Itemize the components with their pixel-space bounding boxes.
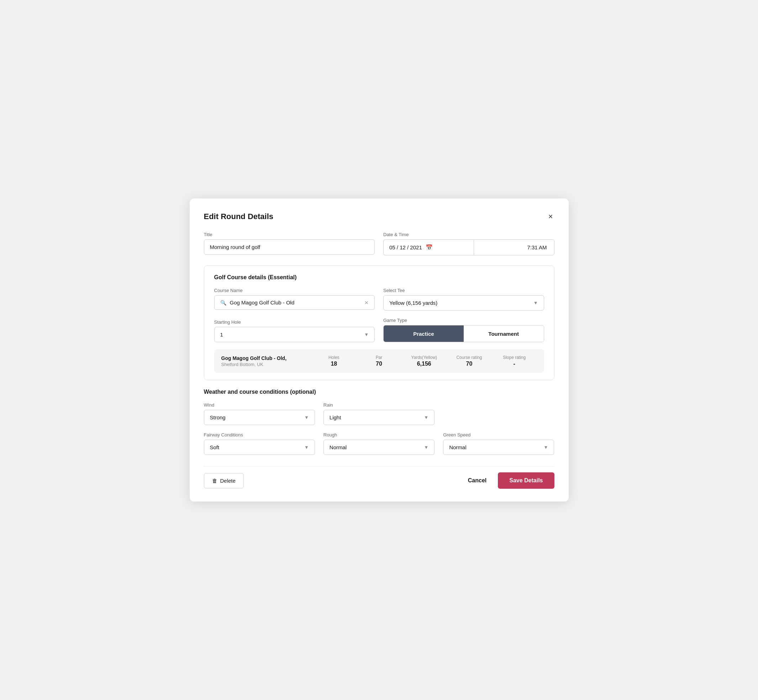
rain-label: Rain [324,402,434,408]
weather-section: Weather and course conditions (optional)… [204,389,554,455]
holes-value: 18 [312,361,357,367]
modal-footer: 🗑 Delete Cancel Save Details [204,466,554,489]
slope-rating-stat: Slope rating - [492,355,537,367]
date-input[interactable]: 05 / 12 / 2021 📅 [383,239,474,255]
rain-value: Light [329,414,341,420]
select-tee-group: Select Tee Yellow (6,156 yards) ▼ [383,288,544,311]
fairway-value: Soft [210,444,219,450]
modal-header: Edit Round Details × [204,211,554,222]
fairway-rough-green-row: Fairway Conditions Soft ▼ Rough Normal ▼… [204,432,554,455]
select-tee-dropdown[interactable]: Yellow (6,156 yards) ▼ [383,295,544,311]
course-name-input-wrap[interactable]: 🔍 ✕ [214,295,375,310]
save-button[interactable]: Save Details [498,472,554,489]
course-rating-label: Course rating [446,355,492,360]
green-speed-label: Green Speed [443,432,554,438]
date-value: 05 / 12 / 2021 [389,244,422,250]
datetime-row: 05 / 12 / 2021 📅 7:31 AM [383,239,554,255]
clear-icon[interactable]: ✕ [365,300,369,306]
datetime-field-group: Date & Time 05 / 12 / 2021 📅 7:31 AM [383,232,554,255]
golf-section-title: Golf Course details (Essential) [214,274,544,281]
chevron-down-icon: ▼ [304,415,309,420]
modal-title: Edit Round Details [204,212,274,221]
yards-stat: Yards(Yellow) 6,156 [401,355,446,367]
starting-hole-value: 1 [220,331,223,338]
search-icon: 🔍 [220,300,226,306]
wind-dropdown[interactable]: Strong ▼ [204,410,315,425]
starting-hole-group: Starting Hole 1 ▼ [214,319,375,342]
select-tee-value: Yellow (6,156 yards) [389,300,437,306]
title-label: Title [204,232,375,237]
rain-dropdown[interactable]: Light ▼ [324,410,434,425]
course-tee-row: Course Name 🔍 ✕ Select Tee Yellow (6,156… [214,288,544,311]
time-value: 7:31 AM [527,244,547,250]
course-rating-stat: Course rating 70 [446,355,492,367]
title-field-group: Title [204,232,375,255]
rough-label: Rough [324,432,434,438]
rain-group: Rain Light ▼ [324,402,434,425]
course-name-label: Course Name [214,288,375,293]
chevron-down-icon: ▼ [304,445,309,450]
chevron-down-icon: ▼ [424,415,429,420]
course-rating-value: 70 [446,361,492,367]
slope-rating-value: - [492,361,537,367]
green-speed-group: Green Speed Normal ▼ [443,432,554,455]
green-speed-value: Normal [449,444,466,450]
rough-dropdown[interactable]: Normal ▼ [324,440,434,455]
course-name-group: Course Name 🔍 ✕ [214,288,375,311]
rough-value: Normal [329,444,347,450]
par-value: 70 [357,361,402,367]
course-info-row: Gog Magog Golf Club - Old, Shelford Bott… [214,349,544,373]
datetime-label: Date & Time [383,232,554,237]
weather-title: Weather and course conditions (optional) [204,389,554,395]
wind-value: Strong [210,414,226,420]
top-fields: Title Date & Time 05 / 12 / 2021 📅 7:31 … [204,232,554,255]
select-tee-label: Select Tee [383,288,544,293]
par-label: Par [357,355,402,360]
title-input[interactable] [204,239,375,255]
course-info-name: Gog Magog Golf Club - Old, Shelford Bott… [221,355,312,367]
fairway-label: Fairway Conditions [204,432,315,438]
wind-rain-row: Wind Strong ▼ Rain Light ▼ [204,402,554,425]
course-name-input[interactable] [230,300,361,306]
game-type-label: Game Type [383,318,544,323]
tournament-button[interactable]: Tournament [464,325,544,342]
edit-round-modal: Edit Round Details × Title Date & Time 0… [190,198,568,502]
practice-button[interactable]: Practice [384,325,464,342]
wind-label: Wind [204,402,315,408]
fairway-group: Fairway Conditions Soft ▼ [204,432,315,455]
game-type-group: Game Type Practice Tournament [383,318,544,342]
starting-hole-label: Starting Hole [214,319,375,325]
holes-label: Holes [312,355,357,360]
delete-label: Delete [220,478,236,484]
fairway-dropdown[interactable]: Soft ▼ [204,440,315,455]
starting-gametype-row: Starting Hole 1 ▼ Game Type Practice Tou… [214,318,544,342]
wind-group: Wind Strong ▼ [204,402,315,425]
yards-value: 6,156 [401,361,446,367]
game-type-toggle: Practice Tournament [383,325,544,342]
rough-group: Rough Normal ▼ [324,432,434,455]
yards-label: Yards(Yellow) [401,355,446,360]
course-bold-name: Gog Magog Golf Club - Old, [221,355,312,361]
golf-course-section: Golf Course details (Essential) Course N… [204,266,554,380]
calendar-icon: 📅 [426,244,433,251]
chevron-down-icon: ▼ [364,332,369,337]
chevron-down-icon: ▼ [544,445,548,450]
starting-hole-dropdown[interactable]: 1 ▼ [214,327,375,342]
slope-rating-label: Slope rating [492,355,537,360]
cancel-button[interactable]: Cancel [465,473,489,488]
trash-icon: 🗑 [212,478,218,484]
chevron-down-icon: ▼ [424,445,429,450]
time-input[interactable]: 7:31 AM [474,239,554,255]
footer-right: Cancel Save Details [465,472,554,489]
delete-button[interactable]: 🗑 Delete [204,473,244,488]
chevron-down-icon: ▼ [534,300,538,306]
course-location: Shelford Bottom, UK [221,362,312,367]
holes-stat: Holes 18 [312,355,357,367]
green-speed-dropdown[interactable]: Normal ▼ [443,440,554,455]
par-stat: Par 70 [357,355,402,367]
close-button[interactable]: × [547,211,554,222]
